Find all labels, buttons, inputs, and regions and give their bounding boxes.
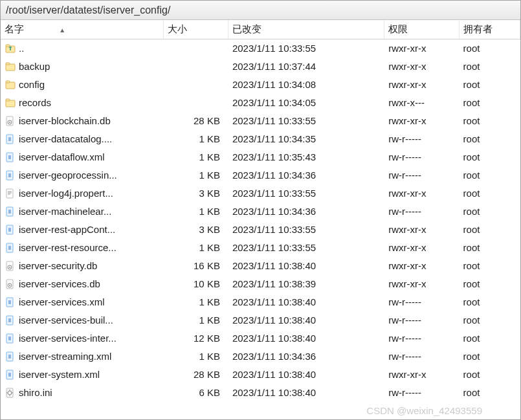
cell-name[interactable]: iserver-rest-resource... [1, 239, 164, 257]
cell-size: 1 KB [164, 311, 228, 329]
file-name-label: iserver-blockchain.db [19, 115, 111, 126]
table-row[interactable]: shiro.ini6 KB2023/1/11 10:38:40rw-r-----… [1, 384, 520, 402]
xml-icon [5, 351, 16, 362]
cell-changed: 2023/1/11 10:34:35 [228, 130, 384, 148]
file-name-label: iserver-services-inter... [19, 333, 116, 344]
cell-name[interactable]: iserver-services-inter... [1, 329, 164, 348]
table-row[interactable]: iserver-rest-appCont...3 KB2023/1/11 10:… [1, 221, 520, 239]
cell-name[interactable]: iserver-services.db [1, 275, 164, 293]
cell-size: 1 KB [164, 293, 228, 311]
table-row[interactable]: iserver-geoprocessin...1 KB2023/1/11 10:… [1, 166, 520, 184]
db-icon [5, 278, 16, 290]
cell-name[interactable]: iserver-datacatalog.... [1, 130, 164, 148]
path-bar[interactable]: /root/iserver/datatest/iserver_config/ [1, 1, 520, 20]
table-row[interactable]: iserver-services-inter...12 KB2023/1/11 … [1, 329, 520, 348]
column-header-owner[interactable]: 拥有者 [459, 20, 520, 39]
cell-name[interactable]: iserver-rest-appCont... [1, 221, 164, 239]
svg-rect-5 [6, 81, 10, 83]
table-row[interactable]: iserver-security.db16 KB2023/1/11 10:38:… [1, 257, 520, 275]
svg-point-20 [9, 267, 10, 268]
cell-size: 1 KB [164, 348, 228, 366]
file-name-label: iserver-rest-appCont... [19, 224, 115, 235]
cell-size: 28 KB [164, 366, 228, 384]
cell-owner: root [459, 148, 520, 166]
cell-size: 1 KB [164, 130, 228, 148]
table-row[interactable]: iserver-blockchain.db28 KB2023/1/11 10:3… [1, 112, 520, 130]
cell-perm: rw-r----- [384, 293, 459, 311]
ini-icon [5, 387, 16, 399]
cell-changed: 2023/1/11 10:34:36 [228, 166, 384, 184]
xml-icon [5, 369, 16, 381]
cell-perm: rw-r----- [384, 148, 459, 166]
cell-changed: 2023/1/11 10:34:36 [228, 203, 384, 221]
cell-name[interactable]: iserver-services.xml [1, 293, 164, 311]
cell-name[interactable]: iserver-dataflow.xml [1, 148, 164, 166]
folder-icon [5, 97, 16, 109]
db-icon [5, 115, 16, 127]
cell-perm: rw-r----- [384, 311, 459, 329]
file-name-label: config [19, 79, 45, 90]
cell-changed: 2023/1/11 10:38:40 [228, 311, 384, 329]
xml-icon [5, 224, 16, 236]
cell-name[interactable]: shiro.ini [1, 384, 164, 402]
folder-icon [5, 61, 16, 72]
cell-perm: rwxr-xr-x [384, 76, 459, 94]
table-row[interactable]: iserver-services-buil...1 KB2023/1/11 10… [1, 311, 520, 329]
cell-owner: root [459, 94, 520, 112]
table-row[interactable]: config2023/1/11 10:34:08rwxr-xr-xroot [1, 76, 520, 94]
cell-owner: root [459, 130, 520, 148]
cell-size: 1 KB [164, 148, 228, 166]
xml-icon [5, 333, 16, 344]
cell-name[interactable]: iserver-geoprocessin... [1, 166, 164, 184]
file-name-label: iserver-machinelear... [19, 206, 111, 217]
cell-size [164, 94, 228, 112]
txt-icon [5, 188, 16, 199]
table-row[interactable]: iserver-system.xml28 KB2023/1/11 10:38:4… [1, 366, 520, 384]
table-row[interactable]: iserver-datacatalog....1 KB2023/1/11 10:… [1, 130, 520, 148]
table-row[interactable]: backup2023/1/11 10:37:44rwxr-xr-xroot [1, 58, 520, 76]
file-table: 名字 ▲ 大小 已改变 权限 拥有者 ..2023/1/11 10:33:55r… [1, 20, 520, 402]
cell-name[interactable]: iserver-blockchain.db [1, 112, 164, 130]
cell-owner: root [459, 166, 520, 184]
cell-name[interactable]: iserver-streaming.xml [1, 348, 164, 366]
cell-perm: rwxr-x--- [384, 94, 459, 112]
table-row[interactable]: iserver-services.db10 KB2023/1/11 10:38:… [1, 275, 520, 293]
cell-size: 3 KB [164, 184, 228, 203]
file-name-label: iserver-security.db [19, 260, 97, 271]
cell-name[interactable]: iserver-log4j.propert... [1, 184, 164, 203]
cell-perm: rwxr-xr-x [384, 58, 459, 76]
cell-name[interactable]: records [1, 94, 164, 112]
cell-changed: 2023/1/11 10:33:55 [228, 39, 384, 58]
file-name-label: iserver-services-buil... [19, 315, 113, 326]
column-header-perm[interactable]: 权限 [384, 20, 459, 39]
table-row[interactable]: ..2023/1/11 10:33:55rwxr-xr-xroot [1, 39, 520, 58]
column-header-size[interactable]: 大小 [164, 20, 228, 39]
sort-indicator-icon: ▲ [59, 27, 65, 34]
cell-name[interactable]: iserver-services-buil... [1, 311, 164, 329]
cell-changed: 2023/1/11 10:33:55 [228, 184, 384, 203]
cell-changed: 2023/1/11 10:34:36 [228, 348, 384, 366]
cell-perm: rw-r----- [384, 130, 459, 148]
table-row[interactable]: records2023/1/11 10:34:05rwxr-x---root [1, 94, 520, 112]
table-row[interactable]: iserver-log4j.propert...3 KB2023/1/11 10… [1, 184, 520, 203]
updir-icon [5, 43, 16, 54]
cell-perm: rwxr-xr-x [384, 257, 459, 275]
cell-name[interactable]: iserver-system.xml [1, 366, 164, 384]
cell-name[interactable]: backup [1, 58, 164, 76]
cell-size: 12 KB [164, 329, 228, 348]
cell-owner: root [459, 348, 520, 366]
table-row[interactable]: iserver-machinelear...1 KB2023/1/11 10:3… [1, 203, 520, 221]
xml-icon [5, 242, 16, 254]
cell-size: 1 KB [164, 203, 228, 221]
table-row[interactable]: iserver-streaming.xml1 KB2023/1/11 10:34… [1, 348, 520, 366]
table-row[interactable]: iserver-dataflow.xml1 KB2023/1/11 10:35:… [1, 148, 520, 166]
cell-size [164, 76, 228, 94]
cell-name[interactable]: iserver-security.db [1, 257, 164, 275]
cell-name[interactable]: config [1, 76, 164, 94]
cell-name[interactable]: iserver-machinelear... [1, 203, 164, 221]
table-row[interactable]: iserver-rest-resource...1 KB2023/1/11 10… [1, 239, 520, 257]
column-header-changed[interactable]: 已改变 [228, 20, 384, 39]
table-row[interactable]: iserver-services.xml1 KB2023/1/11 10:38:… [1, 293, 520, 311]
column-header-name[interactable]: 名字 ▲ [1, 20, 164, 39]
cell-name[interactable]: .. [1, 39, 164, 58]
